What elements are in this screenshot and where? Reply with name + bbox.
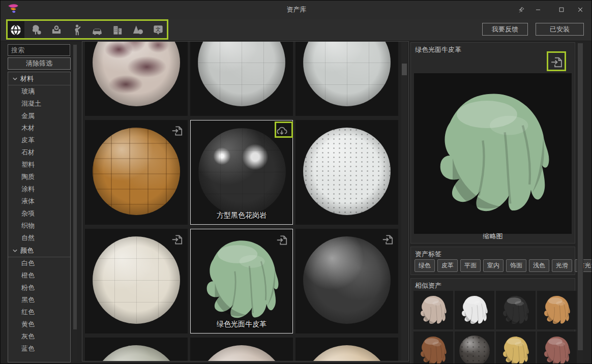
- asset-grid: 方型黑色花岗岩 绿色光面牛皮革: [82, 41, 409, 361]
- asset-tile-green-leather[interactable]: 绿色光面牛皮革: [190, 229, 293, 333]
- similar-asset-thumb[interactable]: [496, 291, 536, 329]
- filter-item[interactable]: 玻璃: [8, 85, 70, 98]
- window-title: 资产库: [1, 1, 592, 19]
- detail-scrollbar[interactable]: [577, 42, 583, 362]
- tags-title: 资产标签: [415, 250, 441, 259]
- filter-item[interactable]: 陶质: [8, 171, 70, 183]
- category-decals-icon[interactable]: 文: [150, 21, 167, 39]
- import-icon[interactable]: [170, 124, 184, 137]
- tag-chip[interactable]: 平面: [460, 259, 481, 272]
- chevron-down-icon: [12, 77, 18, 81]
- asset-tile-speckled[interactable]: [295, 41, 398, 116]
- filter-item[interactable]: 灰色: [8, 330, 70, 343]
- section-header-materials[interactable]: 材料: [8, 72, 70, 85]
- similar-asset-thumb[interactable]: [537, 331, 577, 364]
- asset-tile-marble[interactable]: [85, 41, 188, 116]
- filter-item[interactable]: 杂项: [8, 207, 70, 220]
- asset-tile-tan[interactable]: [295, 338, 398, 361]
- grid-scrollbar[interactable]: [401, 42, 407, 360]
- import-icon[interactable]: [170, 233, 184, 246]
- material-sphere: [93, 128, 180, 215]
- tag-chip[interactable]: 绿色: [415, 259, 435, 272]
- sidebar-scrollbar-thumb[interactable]: [73, 45, 77, 329]
- category-filter-list: 材料 玻璃 混凝土 金属 木材 皮革 石材 塑料 陶质 涂料 液体 杂项 织物 …: [8, 72, 71, 362]
- similar-asset-thumb[interactable]: [413, 331, 453, 364]
- similar-assets-panel: 相似资产: [410, 278, 575, 364]
- category-materials-icon[interactable]: [7, 21, 24, 39]
- cloud-download-icon[interactable]: [275, 125, 288, 138]
- filter-item[interactable]: 黑色: [8, 294, 70, 306]
- section-header-colors[interactable]: 颜色: [8, 244, 70, 257]
- material-sphere: [93, 236, 180, 324]
- asset-tile-label: 方型黑色花岗岩: [191, 211, 292, 220]
- similar-asset-thumb[interactable]: [455, 291, 494, 329]
- filter-item[interactable]: 黄色: [8, 318, 70, 330]
- close-icon[interactable]: [573, 4, 587, 16]
- category-buildings-icon[interactable]: [109, 21, 126, 39]
- detail-scrollbar-thumb[interactable]: [578, 43, 583, 350]
- clear-filter-button[interactable]: 清除筛选: [8, 57, 71, 70]
- asset-tile-wood-parquet[interactable]: [85, 120, 188, 225]
- filter-item[interactable]: 粉色: [8, 282, 70, 294]
- filter-item[interactable]: 石材: [8, 146, 70, 159]
- category-characters-icon[interactable]: [68, 21, 85, 39]
- category-vegetation-icon[interactable]: [27, 21, 45, 39]
- feedback-button[interactable]: 我要反馈: [482, 23, 528, 36]
- import-icon[interactable]: [549, 55, 564, 69]
- similar-asset-thumb[interactable]: [413, 291, 453, 329]
- tag-chip[interactable]: 饰面: [506, 259, 526, 272]
- material-sphere: [198, 41, 285, 106]
- import-icon[interactable]: [381, 233, 394, 246]
- material-sphere: [303, 41, 391, 106]
- asset-tile-sage[interactable]: [85, 338, 188, 361]
- filter-item[interactable]: 塑料: [8, 159, 70, 171]
- asset-preview: [414, 73, 572, 234]
- tag-chip[interactable]: 室内: [483, 259, 504, 272]
- material-sphere: [93, 345, 180, 361]
- material-drape: [499, 334, 532, 364]
- filter-item[interactable]: 涂料: [8, 183, 70, 195]
- filter-item[interactable]: 白色: [8, 257, 70, 269]
- material-drape: [425, 80, 563, 223]
- asset-tile-pink-beige[interactable]: [190, 338, 293, 361]
- filter-item[interactable]: 木材: [8, 122, 70, 134]
- material-drape: [541, 293, 573, 326]
- similar-asset-thumb[interactable]: [496, 331, 536, 364]
- category-furniture-icon[interactable]: [48, 21, 65, 39]
- material-sphere: [303, 345, 391, 361]
- filter-item[interactable]: 液体: [8, 195, 70, 207]
- asset-tile-gray-tile[interactable]: [190, 41, 293, 116]
- similar-assets-title: 相似资产: [415, 281, 441, 290]
- category-primitives-icon[interactable]: [129, 21, 146, 39]
- tag-chip[interactable]: 浅色: [529, 259, 549, 272]
- material-drape: [196, 233, 288, 324]
- filter-item[interactable]: 蓝色: [8, 343, 70, 355]
- tag-chip[interactable]: 皮革: [437, 259, 458, 272]
- similar-asset-thumb[interactable]: [537, 291, 577, 329]
- tag-chip[interactable]: 光滑: [552, 259, 572, 272]
- import-icon[interactable]: [275, 233, 288, 247]
- maximize-icon[interactable]: [554, 4, 569, 16]
- material-drape: [417, 293, 450, 326]
- asset-tile-label: 绿色光面牛皮革: [191, 320, 292, 329]
- grid-scrollbar-thumb[interactable]: [402, 64, 407, 75]
- material-sphere: [303, 236, 391, 324]
- filter-item[interactable]: 混凝土: [8, 98, 70, 110]
- filter-item[interactable]: 织物: [8, 220, 70, 232]
- installed-button[interactable]: 已安装: [536, 23, 584, 36]
- minimize-icon[interactable]: [531, 4, 545, 16]
- asset-tile-black-granite[interactable]: 方型黑色花岗岩: [190, 120, 293, 225]
- search-input[interactable]: [8, 44, 70, 56]
- asset-tile-dark-matte[interactable]: [295, 229, 398, 333]
- similar-asset-thumb[interactable]: [455, 331, 494, 364]
- pin-icon[interactable]: [514, 4, 528, 16]
- sidebar-scrollbar[interactable]: [73, 44, 77, 362]
- asset-tile-perforated[interactable]: [295, 120, 398, 225]
- filter-item[interactable]: 金属: [8, 110, 70, 122]
- category-vehicles-icon[interactable]: [88, 21, 106, 39]
- asset-tile-cream[interactable]: [85, 229, 188, 333]
- filter-item[interactable]: 红色: [8, 306, 70, 318]
- filter-item[interactable]: 皮革: [8, 134, 70, 146]
- filter-item[interactable]: 自然: [8, 232, 70, 244]
- filter-item[interactable]: 橙色: [8, 269, 70, 282]
